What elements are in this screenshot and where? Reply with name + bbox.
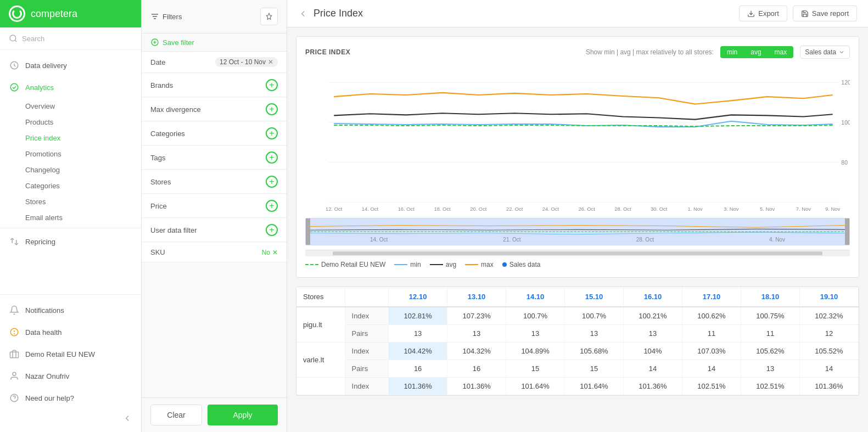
- pin-icon: [265, 13, 273, 20]
- svg-text:5. Nov: 5. Nov: [760, 206, 775, 212]
- close-icon[interactable]: ✕: [268, 58, 273, 66]
- data-cell: 107.03%: [682, 343, 741, 360]
- metric-name-cell: Index: [345, 307, 389, 325]
- filter-icon: [150, 12, 159, 21]
- store-name-cell: [296, 378, 345, 395]
- avg-btn[interactable]: avg: [744, 46, 768, 58]
- minimap-label-4: 4. Nov: [769, 237, 785, 243]
- svg-text:14. Oct: 14. Oct: [362, 206, 379, 212]
- price-add-btn[interactable]: +: [266, 200, 278, 212]
- metric-name-cell: Pairs: [345, 325, 389, 343]
- sidebar-item-label: Data delivery: [25, 61, 67, 70]
- sidebar-sub-item-stores[interactable]: Stores: [0, 194, 141, 210]
- legend-label-max: max: [481, 261, 494, 268]
- sidebar-item-analytics[interactable]: Analytics: [0, 76, 141, 98]
- sku-value-badge[interactable]: No ✕: [262, 249, 278, 256]
- app-name: competera: [31, 8, 77, 20]
- data-cell: 104%: [624, 343, 682, 360]
- categories-label: Categories: [150, 130, 185, 138]
- sidebar-item-repricing[interactable]: Repricing: [0, 231, 141, 253]
- sidebar-sub-item-promotions[interactable]: Promotions: [0, 146, 141, 162]
- save-filter-btn[interactable]: Save filter: [142, 33, 287, 52]
- col-1210: 12.10: [389, 287, 447, 307]
- minimap-handle-left[interactable]: [306, 218, 310, 245]
- data-cell: 101.36%: [624, 378, 682, 395]
- data-cell: 107.23%: [447, 307, 506, 325]
- health-icon: [9, 327, 20, 338]
- svg-text:80: 80: [841, 160, 848, 166]
- circle-icon: [9, 60, 20, 71]
- max-btn[interactable]: max: [768, 46, 794, 58]
- sidebar-item-notifications[interactable]: Notifications: [0, 299, 141, 321]
- sales-data-select[interactable]: Sales data: [800, 46, 850, 59]
- stores-add-btn[interactable]: +: [266, 176, 278, 188]
- stores-label: Stores: [150, 178, 171, 186]
- sku-close-icon[interactable]: ✕: [272, 249, 278, 256]
- data-cell: 101.64%: [565, 378, 624, 395]
- user-data-add-btn[interactable]: +: [266, 224, 278, 236]
- data-cell: 102.32%: [799, 307, 858, 325]
- sidebar-item-help[interactable]: Need our help?: [0, 387, 141, 409]
- legend-line-max: [465, 264, 478, 265]
- metric-name-cell: Index: [345, 343, 389, 360]
- bell-icon: [9, 305, 20, 316]
- sidebar-sub-item-changelog[interactable]: Changelog: [0, 162, 141, 178]
- sidebar-sub-item-categories[interactable]: Categories: [0, 178, 141, 194]
- sidebar-search[interactable]: Search: [0, 27, 141, 50]
- minimap-thumb[interactable]: [333, 251, 823, 255]
- filter-row-max-divergence: Max divergence +: [142, 98, 287, 121]
- export-label: Export: [758, 9, 779, 18]
- chart-legend: Demo Retail EU NEW min avg max Sales dat…: [305, 256, 850, 268]
- legend-dot-sales: [502, 262, 507, 267]
- tags-add-btn[interactable]: +: [266, 152, 278, 164]
- minimap-scrollbar[interactable]: [305, 250, 850, 256]
- page-title-area: Price Index: [298, 8, 363, 19]
- svg-text:22. Oct: 22. Oct: [506, 206, 523, 212]
- svg-text:30. Oct: 30. Oct: [651, 206, 668, 212]
- main-header: Price Index Export Save report: [287, 0, 868, 27]
- sidebar-section-main: Data delivery Analytics Overview Product…: [0, 50, 141, 257]
- sidebar-item-data-delivery[interactable]: Data delivery: [0, 54, 141, 76]
- data-cell: 102.81%: [389, 307, 447, 325]
- apply-button[interactable]: Apply: [208, 405, 278, 425]
- sidebar-sub-item-email-alerts[interactable]: Email alerts: [0, 210, 141, 226]
- filter-title: Filters: [150, 12, 182, 21]
- sidebar-sub-item-products[interactable]: Products: [0, 114, 141, 130]
- svg-text:7. Nov: 7. Nov: [796, 206, 811, 212]
- sidebar-sub-item-overview[interactable]: Overview: [0, 98, 141, 114]
- data-cell: 14: [799, 360, 858, 378]
- sidebar-item-data-health[interactable]: Data health: [0, 321, 141, 343]
- table-row: Pairs1616151514141314: [296, 360, 859, 378]
- data-cell: 100.21%: [624, 307, 682, 325]
- export-button[interactable]: Export: [739, 5, 787, 21]
- store-name-cell: pigu.lt: [296, 307, 345, 343]
- max-divergence-add-btn[interactable]: +: [266, 103, 278, 115]
- brands-label: Brands: [150, 81, 173, 89]
- sidebar-collapse-btn[interactable]: [0, 409, 141, 428]
- search-icon: [9, 34, 18, 43]
- filter-pin-btn[interactable]: [260, 8, 278, 25]
- min-btn[interactable]: min: [720, 46, 744, 58]
- data-cell: 102.51%: [682, 378, 741, 395]
- categories-add-btn[interactable]: +: [266, 127, 278, 139]
- minimap-handle-right[interactable]: [845, 218, 849, 245]
- minimap-label-2: 21. Oct: [503, 237, 520, 243]
- clear-button[interactable]: Clear: [150, 405, 202, 425]
- brands-add-btn[interactable]: +: [266, 79, 278, 91]
- data-cell: 100.7%: [506, 307, 565, 325]
- legend-item-demo-retail: Demo Retail EU NEW: [305, 261, 385, 268]
- col-metric: [345, 287, 389, 307]
- date-value-badge[interactable]: 12 Oct - 10 Nov ✕: [215, 57, 278, 67]
- minimap-container[interactable]: 14. Oct 21. Oct 28. Oct 4. Nov: [305, 218, 850, 245]
- page-title: Price Index: [313, 8, 363, 19]
- chart-title: PRICE INDEX: [305, 48, 350, 56]
- sidebar-sub-item-price-index[interactable]: Price index: [0, 130, 141, 146]
- save-report-button[interactable]: Save report: [793, 5, 857, 21]
- data-cell: 105.52%: [799, 343, 858, 360]
- data-cell: 105.68%: [565, 343, 624, 360]
- plus-circle-icon: [150, 38, 159, 47]
- sidebar-item-demo-retail[interactable]: Demo Retail EU NEW: [0, 343, 141, 365]
- sidebar-item-user[interactable]: Nazar Onufriv: [0, 365, 141, 387]
- data-cell: 16: [389, 360, 447, 378]
- chevron-left-icon[interactable]: [298, 9, 308, 19]
